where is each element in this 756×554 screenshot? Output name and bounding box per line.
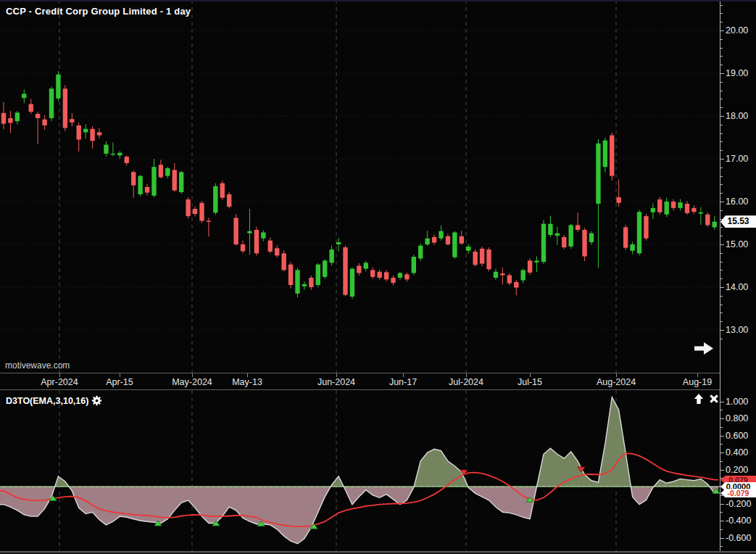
- axis-label: 16.00: [726, 197, 748, 207]
- axis-tick: [720, 521, 724, 521]
- time-axis-label: Jul-2024: [449, 377, 483, 387]
- axis-tick: [720, 427, 723, 428]
- axis-tick: [720, 244, 724, 245]
- axis-label: 13.00: [726, 325, 748, 335]
- axis-tick: [720, 91, 723, 91]
- axis-tick: [720, 159, 724, 160]
- axis-tick: [720, 253, 723, 254]
- axis-tick: [720, 313, 723, 313]
- right-arrow-icon: [694, 340, 714, 357]
- axis-label: 20.00: [726, 25, 748, 36]
- axis-tick: [720, 116, 724, 117]
- axis-tick: [720, 184, 723, 185]
- gear-icon[interactable]: [91, 395, 102, 406]
- axis-label: 19.00: [726, 68, 748, 78]
- time-axis-label: Jun-2024: [317, 377, 355, 387]
- axis-label: -0.400: [726, 516, 751, 526]
- axis-tick: [720, 99, 723, 99]
- watermark: motivewave.com: [5, 360, 70, 371]
- axis-tick: [720, 107, 723, 108]
- axis-tick: [720, 418, 724, 419]
- axis-tick: [720, 470, 724, 471]
- axis-tick: [720, 13, 723, 14]
- axis-label: 14.00: [726, 282, 748, 292]
- axis-tick: [720, 262, 723, 262]
- axis-label: 0.400: [726, 447, 748, 458]
- axis-label: 17.00: [726, 154, 748, 164]
- axis-tick: [720, 546, 723, 547]
- time-axis-label: Jun-17: [389, 377, 417, 387]
- axis-tick: [720, 65, 723, 65]
- time-axis-label: Apr-2024: [41, 377, 78, 387]
- axis-tick: [720, 202, 724, 202]
- axis-tick: [720, 321, 723, 322]
- axis-tick: [720, 56, 723, 57]
- axis-tick: [720, 339, 723, 339]
- axis-tick: [720, 330, 724, 331]
- time-axis-label: Apr-15: [106, 377, 133, 387]
- axis-tick: [720, 504, 724, 505]
- time-axis-label: May-13: [232, 377, 262, 387]
- window-bottom-border: [0, 551, 756, 554]
- axis-tick: [720, 168, 723, 168]
- move-panel-up-icon[interactable]: [693, 393, 705, 405]
- axis-tick: [720, 48, 723, 49]
- axis-tick: [720, 461, 723, 462]
- indicator-label: D3TO(EMA,3,10,16): [6, 396, 88, 406]
- axis-label: 18.00: [726, 111, 748, 121]
- axis-tick: [720, 270, 723, 270]
- axis-tick: [720, 296, 723, 297]
- axis-label: 1.000: [726, 397, 748, 407]
- window-top-border: [0, 0, 756, 1]
- axis-tick: [720, 150, 723, 151]
- axis-tick: [720, 287, 724, 288]
- axis-tick: [720, 30, 724, 31]
- axis-tick: [720, 227, 723, 228]
- time-axis-label: Jul-15: [518, 377, 542, 387]
- axis-label: 0.600: [726, 431, 748, 441]
- axis-tick: [720, 436, 724, 437]
- axis-label: -0.600: [726, 533, 751, 543]
- time-axis-label: May-2024: [172, 377, 212, 387]
- axis-tick: [720, 278, 723, 279]
- axis-tick: [720, 236, 723, 236]
- axis-tick: [720, 141, 723, 142]
- axis-tick: [720, 495, 723, 496]
- oscillator-value-tag: -0.079: [720, 489, 756, 497]
- candlesticks: [1, 71, 717, 299]
- price-chart[interactable]: [0, 0, 720, 373]
- close-icon[interactable]: [709, 394, 719, 404]
- time-axis-label: Aug-2024: [597, 377, 636, 387]
- indicator-chart[interactable]: [0, 390, 720, 553]
- indicator-header: D3TO(EMA,3,10,16): [6, 395, 102, 406]
- axis-tick: [720, 452, 724, 453]
- axis-tick: [720, 133, 723, 134]
- chart-title: CCP - Credit Corp Group Limited - 1 day: [6, 6, 191, 17]
- axis-tick: [720, 529, 723, 530]
- axis-tick: [720, 512, 723, 513]
- axis-tick: [720, 176, 723, 177]
- axis-tick: [720, 73, 724, 74]
- indicator-controls: [693, 393, 719, 405]
- axis-tick: [720, 538, 724, 539]
- axis-tick: [720, 193, 723, 194]
- axis-tick: [720, 402, 724, 402]
- axis-tick: [720, 444, 723, 445]
- axis-tick: [720, 125, 723, 125]
- axis-tick: [720, 210, 723, 211]
- axis-label: 0.200: [726, 465, 748, 475]
- axis-tick: [720, 39, 723, 40]
- last-price-tag: 15.53: [720, 215, 756, 228]
- chart-window: CCP - Credit Corp Group Limited - 1 day …: [0, 0, 756, 554]
- axis-tick: [720, 22, 723, 22]
- axis-tick: [720, 219, 723, 220]
- time-axis-label: Aug-19: [683, 377, 712, 387]
- axis-tick: [720, 305, 723, 305]
- axis-label: 15.00: [726, 239, 748, 249]
- axis-tick: [720, 82, 723, 83]
- scroll-to-latest-button[interactable]: [694, 340, 714, 360]
- axis-label: -0.200: [726, 499, 751, 509]
- axis-tick: [720, 410, 723, 410]
- time-axis[interactable]: Apr-2024Apr-15May-2024May-13Jun-2024Jun-…: [0, 373, 756, 390]
- price-axis[interactable]: 20.0019.0018.0017.0016.0015.0014.0013.00…: [720, 0, 756, 553]
